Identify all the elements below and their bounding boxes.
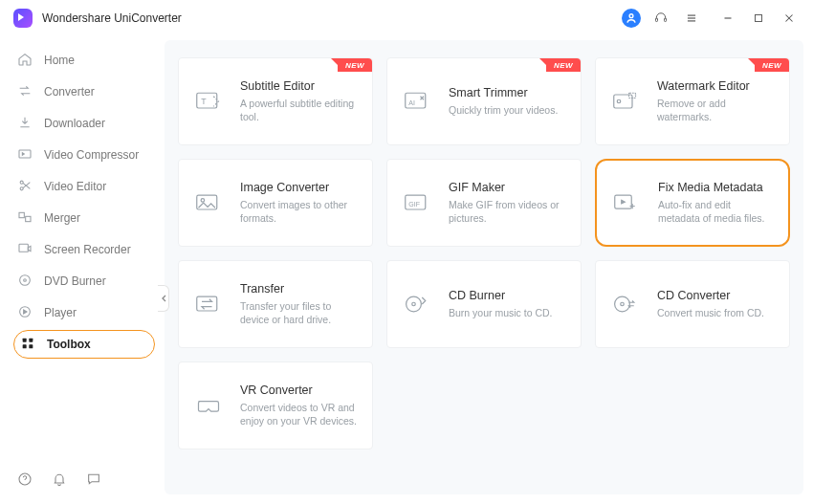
- card-cd-burner[interactable]: CD Burner Burn your music to CD.: [386, 260, 582, 348]
- new-badge: NEW: [546, 58, 581, 72]
- svg-rect-22: [29, 344, 33, 348]
- svg-rect-14: [26, 216, 31, 221]
- card-title: Smart Trimmer: [449, 86, 558, 99]
- card-watermark-editor[interactable]: NEW Watermark Editor Remove or add water…: [595, 57, 790, 145]
- card-title: VR Converter: [240, 383, 359, 397]
- compress-icon: [17, 146, 33, 164]
- card-gif-maker[interactable]: GIF GIF Maker Make GIF from videos or pi…: [386, 159, 582, 247]
- svg-point-37: [406, 296, 422, 312]
- trimmer-icon: AI: [401, 85, 433, 118]
- svg-text:AI: AI: [408, 99, 415, 106]
- image-icon: [192, 186, 225, 219]
- app-title: Wondershare UniConverter: [42, 11, 182, 25]
- titlebar: Wondershare UniConverter: [0, 0, 813, 36]
- minimize-icon[interactable]: [717, 8, 738, 29]
- cd-burner-icon: [401, 288, 433, 320]
- close-icon[interactable]: [779, 8, 800, 29]
- card-title: CD Burner: [449, 289, 553, 302]
- card-fix-media-metadata[interactable]: Fix Media Metadata Auto-fix and edit met…: [595, 159, 790, 247]
- sidebar-item-screen-recorder[interactable]: Screen Recorder: [13, 235, 155, 264]
- card-title: Subtitle Editor: [240, 79, 359, 93]
- metadata-icon: [610, 186, 643, 219]
- svg-point-39: [615, 296, 630, 312]
- svg-rect-13: [19, 212, 24, 217]
- svg-rect-36: [197, 296, 217, 311]
- scissors-icon: [17, 178, 33, 196]
- sidebar-item-label: Screen Recorder: [44, 243, 131, 256]
- sidebar-item-video-editor[interactable]: Video Editor: [13, 172, 155, 201]
- bell-icon[interactable]: [52, 471, 67, 491]
- sidebar-item-label: DVD Burner: [44, 274, 106, 288]
- svg-text:T: T: [201, 97, 207, 106]
- merger-icon: [17, 209, 33, 228]
- card-desc: Convert videos to VR and enjoy on your V…: [240, 401, 359, 427]
- vr-icon: [192, 389, 225, 422]
- svg-point-38: [412, 302, 416, 306]
- sidebar-item-dvd-burner[interactable]: DVD Burner: [13, 267, 155, 296]
- card-title: Transfer: [240, 282, 359, 296]
- card-desc: Remove or add watermarks.: [657, 97, 776, 123]
- gif-icon: GIF: [401, 186, 433, 219]
- sidebar-item-player[interactable]: Player: [13, 298, 155, 327]
- card-title: Watermark Editor: [657, 79, 776, 93]
- svg-rect-15: [19, 244, 28, 252]
- bottom-icon-bar: [17, 471, 101, 491]
- main-content: NEW T Subtitle Editor A powerful subtitl…: [165, 40, 803, 494]
- card-desc: Convert images to other formats.: [240, 198, 359, 225]
- card-vr-converter[interactable]: VR Converter Convert videos to VR and en…: [178, 362, 373, 449]
- sidebar-item-downloader[interactable]: Downloader: [13, 109, 155, 138]
- card-cd-converter[interactable]: CD Converter Convert music from CD.: [595, 260, 790, 348]
- feedback-icon[interactable]: [86, 471, 101, 491]
- svg-rect-21: [23, 344, 27, 348]
- card-title: Fix Media Metadata: [658, 181, 775, 194]
- card-smart-trimmer[interactable]: NEW AI Smart Trimmer Quickly trim your v…: [386, 57, 582, 145]
- app-logo: [13, 9, 33, 28]
- card-desc: Make GIF from videos or pictures.: [449, 198, 567, 225]
- sidebar-item-toolbox[interactable]: Toolbox: [13, 330, 155, 359]
- transfer-icon: [192, 288, 225, 320]
- sidebar: Home Converter Downloader Video Compress…: [0, 36, 165, 504]
- help-icon[interactable]: [17, 471, 33, 491]
- menu-icon[interactable]: [681, 8, 702, 29]
- card-title: GIF Maker: [449, 181, 567, 194]
- card-desc: Auto-fix and edit metadata of media file…: [658, 198, 775, 225]
- subtitle-icon: T: [192, 85, 225, 118]
- card-image-converter[interactable]: Image Converter Convert images to other …: [178, 159, 373, 247]
- card-desc: A powerful subtitle editing tool.: [240, 97, 359, 123]
- card-transfer[interactable]: Transfer Transfer your files to device o…: [178, 260, 373, 348]
- sidebar-item-label: Player: [44, 306, 77, 319]
- card-desc: Quickly trim your videos.: [449, 103, 558, 117]
- svg-point-17: [24, 278, 27, 281]
- account-icon[interactable]: [622, 9, 641, 28]
- card-desc: Convert music from CD.: [657, 306, 764, 319]
- sidebar-item-label: Downloader: [44, 117, 105, 130]
- svg-rect-19: [23, 338, 27, 341]
- svg-point-40: [621, 302, 625, 306]
- sidebar-item-label: Video Compressor: [44, 148, 139, 162]
- card-title: Image Converter: [240, 181, 359, 194]
- sidebar-item-label: Video Editor: [44, 180, 106, 193]
- watermark-icon: [609, 85, 642, 118]
- svg-point-0: [629, 14, 633, 18]
- card-desc: Burn your music to CD.: [449, 306, 553, 319]
- record-icon: [17, 241, 33, 259]
- sidebar-item-converter[interactable]: Converter: [13, 77, 155, 106]
- sidebar-collapse-button[interactable]: [158, 285, 169, 312]
- maximize-icon[interactable]: [748, 8, 769, 29]
- svg-rect-7: [756, 15, 762, 22]
- sidebar-item-label: Home: [44, 54, 75, 67]
- sidebar-item-video-compressor[interactable]: Video Compressor: [13, 141, 155, 169]
- sidebar-item-label: Toolbox: [47, 338, 91, 351]
- chevron-left-icon: [161, 295, 166, 302]
- card-subtitle-editor[interactable]: NEW T Subtitle Editor A powerful subtitl…: [178, 57, 373, 145]
- card-title: CD Converter: [657, 289, 764, 302]
- svg-point-16: [20, 274, 31, 285]
- support-icon[interactable]: [650, 8, 671, 29]
- sidebar-item-merger[interactable]: Merger: [13, 204, 155, 232]
- toolbox-icon: [20, 336, 35, 354]
- card-desc: Transfer your files to device or hard dr…: [240, 299, 359, 326]
- download-icon: [17, 115, 33, 133]
- sidebar-item-home[interactable]: Home: [13, 46, 155, 75]
- tool-grid: NEW T Subtitle Editor A powerful subtitl…: [178, 57, 790, 449]
- converter-icon: [17, 83, 33, 101]
